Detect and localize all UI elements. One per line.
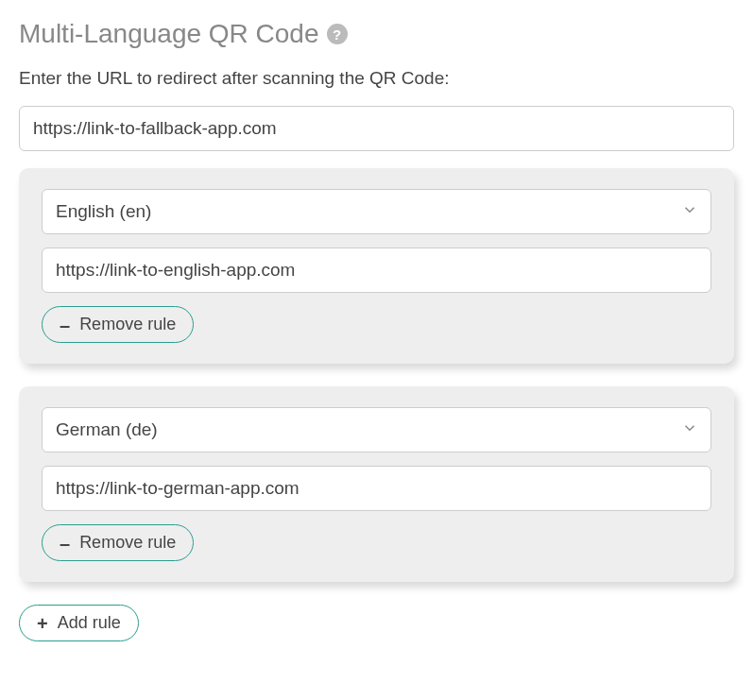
page-title: Multi-Language QR Code ?	[19, 19, 734, 49]
language-select[interactable]: English (en)	[42, 189, 711, 234]
add-rule-button[interactable]: + Add rule	[19, 605, 139, 641]
remove-rule-button[interactable]: – Remove rule	[42, 524, 194, 561]
minus-icon: –	[60, 534, 70, 553]
language-select-wrapper: German (de)	[42, 407, 711, 452]
remove-rule-label: Remove rule	[79, 533, 176, 553]
add-rule-wrapper: + Add rule	[19, 605, 734, 641]
page-title-text: Multi-Language QR Code	[19, 19, 319, 49]
rule-card: German (de) – Remove rule	[19, 386, 734, 582]
language-select[interactable]: German (de)	[42, 407, 711, 452]
language-select-wrapper: English (en)	[42, 189, 711, 234]
fallback-url-input[interactable]	[19, 106, 734, 151]
help-icon[interactable]: ?	[327, 24, 348, 44]
rule-url-input[interactable]	[42, 248, 711, 293]
instruction-text: Enter the URL to redirect after scanning…	[19, 68, 734, 89]
rule-url-input[interactable]	[42, 466, 711, 511]
add-rule-label: Add rule	[58, 613, 121, 633]
remove-rule-button[interactable]: – Remove rule	[42, 306, 194, 343]
rule-card: English (en) – Remove rule	[19, 168, 734, 364]
plus-icon: +	[37, 614, 48, 633]
remove-rule-label: Remove rule	[79, 315, 176, 334]
minus-icon: –	[60, 316, 70, 334]
